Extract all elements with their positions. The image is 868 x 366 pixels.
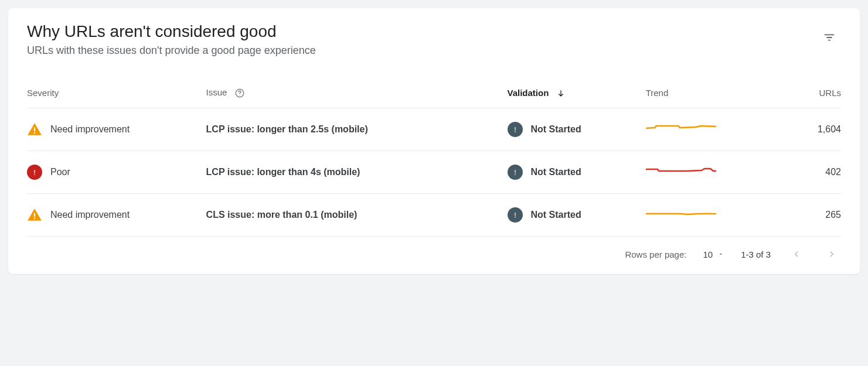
severity-cell: Need improvement	[27, 122, 206, 137]
trend-sparkline	[646, 164, 716, 178]
rows-per-page-label: Rows per page:	[625, 249, 686, 259]
svg-point-3	[34, 132, 36, 134]
svg-rect-2	[34, 128, 35, 132]
warning-icon	[27, 207, 42, 223]
validation-cell: Not Started	[508, 207, 646, 223]
col-header-issue-label: Issue	[206, 87, 227, 97]
severity-label: Poor	[50, 167, 70, 177]
col-header-validation[interactable]: Validation	[508, 81, 646, 108]
validation-label: Not Started	[531, 167, 581, 177]
col-header-trend-label: Trend	[646, 88, 669, 98]
dropdown-icon	[717, 251, 724, 258]
col-header-urls-label: URLs	[819, 88, 841, 98]
help-icon[interactable]	[234, 88, 245, 98]
table-row[interactable]: Need improvementCLS issue: more than 0.1…	[27, 194, 841, 237]
trend-sparkline	[646, 207, 716, 221]
pagination-range: 1-3 of 3	[741, 249, 771, 259]
col-header-severity-label: Severity	[27, 88, 59, 98]
issues-card: Why URLs aren't considered good URLs wit…	[8, 8, 860, 274]
col-header-validation-label: Validation	[508, 88, 549, 98]
validation-label: Not Started	[531, 210, 581, 220]
svg-point-13	[515, 217, 516, 218]
rows-per-page-select[interactable]: 10	[703, 249, 724, 259]
trend-sparkline	[646, 121, 716, 135]
severity-label: Need improvement	[50, 210, 130, 220]
severity-cell: Need improvement	[27, 207, 206, 223]
col-header-severity[interactable]: Severity	[27, 81, 206, 108]
svg-rect-8	[515, 170, 515, 173]
not-started-icon	[508, 122, 523, 137]
filter-icon	[823, 31, 836, 44]
card-title: Why URLs aren't considered good	[27, 22, 818, 41]
prev-page-button[interactable]	[787, 245, 806, 264]
card-header: Why URLs aren't considered good URLs wit…	[27, 22, 841, 57]
svg-point-11	[34, 218, 36, 220]
card-subtitle: URLs with these issues don't provide a g…	[27, 45, 818, 57]
issue-text: LCP issue: longer than 4s (mobile)	[206, 167, 360, 177]
filter-button[interactable]	[818, 26, 841, 49]
not-started-icon	[508, 165, 523, 180]
not-started-icon	[508, 207, 523, 223]
poor-icon	[27, 165, 42, 180]
urls-count: 1,604	[818, 124, 841, 134]
chevron-left-icon	[791, 248, 802, 260]
table-header-row: Severity Issue Validation Trend URLs	[27, 81, 841, 108]
validation-label: Not Started	[531, 124, 581, 135]
urls-count: 265	[825, 210, 841, 220]
issue-text: LCP issue: longer than 2.5s (mobile)	[206, 124, 368, 134]
urls-count: 402	[825, 167, 841, 177]
next-page-button[interactable]	[822, 245, 841, 264]
severity-label: Need improvement	[50, 124, 130, 135]
severity-cell: Poor	[27, 165, 206, 180]
titles: Why URLs aren't considered good URLs wit…	[27, 22, 818, 57]
svg-point-7	[34, 174, 35, 175]
svg-rect-10	[34, 213, 35, 217]
svg-point-5	[515, 131, 516, 132]
warning-icon	[27, 122, 42, 137]
svg-point-9	[515, 174, 516, 175]
validation-cell: Not Started	[508, 165, 646, 180]
table-row[interactable]: PoorLCP issue: longer than 4s (mobile)No…	[27, 151, 841, 194]
svg-rect-12	[515, 213, 515, 216]
issue-text: CLS issue: more than 0.1 (mobile)	[206, 210, 358, 220]
rows-per-page-value: 10	[703, 249, 713, 259]
pagination: Rows per page: 10 1-3 of 3	[27, 237, 841, 266]
validation-cell: Not Started	[508, 122, 646, 137]
issues-table: Severity Issue Validation Trend URLs	[27, 81, 841, 237]
table-row[interactable]: Need improvementLCP issue: longer than 2…	[27, 108, 841, 151]
col-header-urls[interactable]: URLs	[751, 81, 841, 108]
svg-point-1	[239, 95, 240, 95]
col-header-issue[interactable]: Issue	[206, 81, 508, 108]
sort-arrow-down-icon	[556, 89, 566, 98]
chevron-right-icon	[826, 248, 838, 260]
col-header-trend[interactable]: Trend	[646, 81, 752, 108]
svg-rect-6	[34, 170, 35, 173]
svg-rect-4	[515, 127, 515, 131]
